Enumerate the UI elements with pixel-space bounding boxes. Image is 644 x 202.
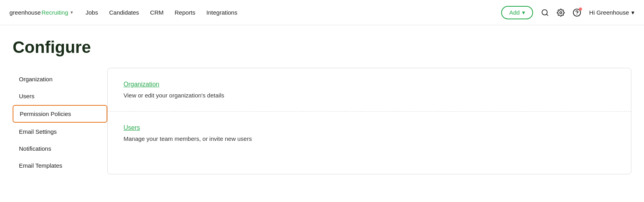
organization-section: Organization View or edit your organizat… [108,68,631,112]
brand-greenhouse: greenhouse [9,9,41,16]
nav-links: Jobs Candidates CRM Reports Integrations [86,9,489,16]
organization-link[interactable]: Organization [124,81,615,88]
sidebar-item-email-templates[interactable]: Email Templates [13,157,107,174]
navbar-right: Add ▾ Hi Greenhouse ▾ [501,6,635,19]
sidebar-item-organization[interactable]: Organization [13,71,107,87]
notification-dot [579,7,582,11]
user-greeting-text: Hi Greenhouse [589,9,629,16]
help-button[interactable] [573,8,581,17]
users-section: Users Manage your team members, or invit… [108,112,631,155]
content-layout: Organization Users Permission Policies E… [13,68,631,174]
sidebar: Organization Users Permission Policies E… [13,68,107,174]
nav-candidates[interactable]: Candidates [109,9,139,16]
users-desc: Manage your team members, or invite new … [124,135,615,142]
settings-button[interactable] [557,9,565,17]
brand[interactable]: greenhouse Recruiting ▾ [9,9,73,16]
svg-line-1 [547,14,548,15]
gear-icon [557,9,565,17]
navbar: greenhouse Recruiting ▾ Jobs Candidates … [0,0,644,25]
user-chevron: ▾ [631,9,635,16]
page-title: Configure [13,38,631,57]
nav-crm[interactable]: CRM [150,9,163,16]
search-icon [541,9,549,17]
page-container: Configure Organization Users Permission … [0,25,644,174]
nav-integrations[interactable]: Integrations [206,9,237,16]
add-button[interactable]: Add ▾ [501,6,533,19]
users-link[interactable]: Users [124,124,615,131]
sidebar-item-users[interactable]: Users [13,88,107,104]
sidebar-item-notifications[interactable]: Notifications [13,140,107,157]
brand-chevron: ▾ [71,10,73,15]
organization-desc: View or edit your organization's details [124,92,615,99]
brand-recruiting: Recruiting [41,9,68,16]
sidebar-item-permission-policies[interactable]: Permission Policies [13,105,107,123]
sidebar-item-email-settings[interactable]: Email Settings [13,123,107,140]
search-button[interactable] [541,9,549,17]
add-chevron: ▾ [522,9,525,16]
svg-point-2 [560,11,562,13]
user-greeting[interactable]: Hi Greenhouse ▾ [589,9,635,16]
main-panel: Organization View or edit your organizat… [107,68,631,174]
nav-reports[interactable]: Reports [175,9,196,16]
nav-jobs[interactable]: Jobs [86,9,98,16]
add-label: Add [509,9,520,16]
